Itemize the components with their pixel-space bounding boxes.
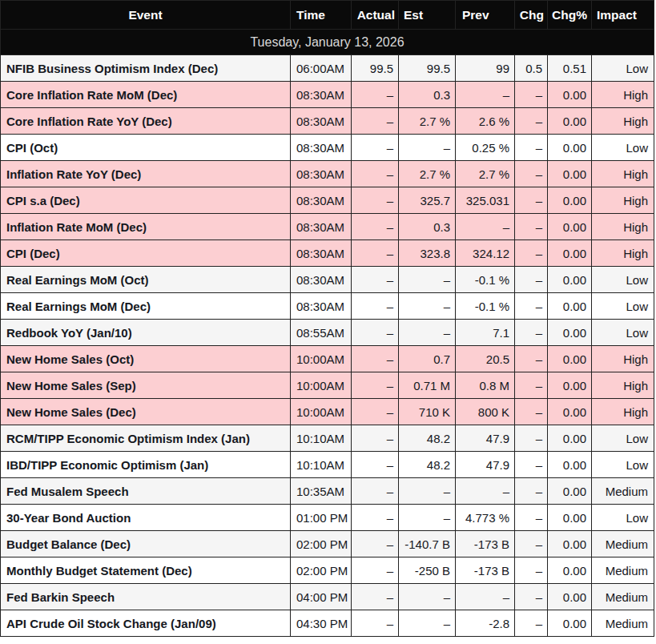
- cell-prev: 0.25 %: [456, 135, 515, 161]
- cell-event: Inflation Rate YoY (Dec): [1, 161, 291, 187]
- cell-chg_pct: 0.00: [548, 108, 592, 135]
- table-row[interactable]: 30-Year Bond Auction01:00 PM––4.773 %–0.…: [1, 505, 654, 531]
- cell-event: IBD/TIPP Economic Optimism (Jan): [1, 452, 291, 478]
- cell-est: 0.71 M: [399, 372, 456, 399]
- table-row[interactable]: Monthly Budget Statement (Dec)02:00 PM–-…: [1, 557, 654, 584]
- cell-time: 02:00 PM: [291, 531, 352, 557]
- table-row[interactable]: CPI (Dec)08:30AM–323.8324.12–0.00High: [1, 240, 654, 267]
- cell-chg_pct: 0.00: [548, 557, 592, 584]
- cell-prev: -173 B: [456, 557, 515, 584]
- cell-chg_pct: 0.00: [548, 399, 592, 425]
- cell-actual: –: [352, 557, 399, 584]
- cell-chg: –: [515, 135, 548, 161]
- table-row[interactable]: Redbook YoY (Jan/10)08:55AM––7.1–0.00Low: [1, 320, 654, 346]
- cell-impact: Low: [592, 452, 654, 478]
- table-row[interactable]: Real Earnings MoM (Oct)08:30AM––-0.1 %–0…: [1, 267, 654, 293]
- cell-prev: 20.5: [456, 346, 515, 372]
- cell-impact: High: [592, 82, 654, 108]
- cell-actual: –: [352, 161, 399, 187]
- table-row[interactable]: Inflation Rate YoY (Dec)08:30AM–2.7 %2.7…: [1, 161, 654, 187]
- cell-chg: –: [515, 452, 548, 478]
- economic-calendar-table: EventTimeActualEstPrevChgChg%Impact Tues…: [0, 0, 654, 637]
- column-header-event: Event: [1, 1, 291, 30]
- cell-event: Core Inflation Rate MoM (Dec): [1, 82, 291, 108]
- cell-chg_pct: 0.00: [548, 267, 592, 293]
- cell-impact: High: [592, 346, 654, 372]
- table-row[interactable]: API Crude Oil Stock Change (Jan/09)04:30…: [1, 610, 654, 637]
- cell-time: 08:30AM: [291, 240, 352, 267]
- cell-impact: Medium: [592, 531, 654, 557]
- cell-prev: 2.6 %: [456, 108, 515, 135]
- table-row[interactable]: NFIB Business Optimism Index (Dec)06:00A…: [1, 55, 654, 82]
- table-row[interactable]: Inflation Rate MoM (Dec)08:30AM–0.3––0.0…: [1, 214, 654, 240]
- cell-chg_pct: 0.00: [548, 240, 592, 267]
- cell-event: New Home Sales (Sep): [1, 372, 291, 399]
- table-row[interactable]: New Home Sales (Dec)10:00AM–710 K800 K–0…: [1, 399, 654, 425]
- cell-est: –: [399, 505, 456, 531]
- cell-chg_pct: 0.00: [548, 610, 592, 637]
- cell-chg_pct: 0.00: [548, 293, 592, 320]
- cell-chg: –: [515, 161, 548, 187]
- cell-event: CPI (Oct): [1, 135, 291, 161]
- cell-chg: –: [515, 346, 548, 372]
- cell-chg: –: [515, 610, 548, 637]
- table-row[interactable]: Real Earnings MoM (Dec)08:30AM––-0.1 %–0…: [1, 293, 654, 320]
- cell-prev: 2.7 %: [456, 161, 515, 187]
- cell-chg: –: [515, 372, 548, 399]
- cell-time: 08:55AM: [291, 320, 352, 346]
- cell-chg_pct: 0.00: [548, 531, 592, 557]
- table-row[interactable]: IBD/TIPP Economic Optimism (Jan)10:10AM–…: [1, 452, 654, 478]
- cell-impact: Medium: [592, 557, 654, 584]
- cell-time: 02:00 PM: [291, 557, 352, 584]
- cell-event: New Home Sales (Oct): [1, 346, 291, 372]
- cell-actual: –: [352, 610, 399, 637]
- cell-est: –: [399, 135, 456, 161]
- table-row[interactable]: RCM/TIPP Economic Optimism Index (Jan)10…: [1, 425, 654, 452]
- cell-time: 10:00AM: [291, 372, 352, 399]
- cell-prev: 0.8 M: [456, 372, 515, 399]
- cell-time: 10:35AM: [291, 478, 352, 505]
- cell-prev: 47.9: [456, 425, 515, 452]
- cell-event: API Crude Oil Stock Change (Jan/09): [1, 610, 291, 637]
- cell-chg: –: [515, 187, 548, 214]
- cell-time: 04:00 PM: [291, 584, 352, 610]
- column-header-est: Est: [399, 1, 456, 30]
- table-row[interactable]: Core Inflation Rate YoY (Dec)08:30AM–2.7…: [1, 108, 654, 135]
- cell-time: 10:10AM: [291, 452, 352, 478]
- column-header-row: EventTimeActualEstPrevChgChg%Impact: [1, 1, 654, 30]
- cell-est: 325.7: [399, 187, 456, 214]
- cell-est: –: [399, 320, 456, 346]
- cell-actual: –: [352, 135, 399, 161]
- cell-impact: Low: [592, 425, 654, 452]
- cell-actual: –: [352, 108, 399, 135]
- cell-impact: Medium: [592, 478, 654, 505]
- cell-time: 08:30AM: [291, 108, 352, 135]
- cell-prev: -2.8: [456, 610, 515, 637]
- cell-prev: 4.773 %: [456, 505, 515, 531]
- cell-est: –: [399, 610, 456, 637]
- cell-actual: –: [352, 214, 399, 240]
- cell-chg_pct: 0.00: [548, 161, 592, 187]
- table-row[interactable]: Fed Barkin Speech04:00 PM––––0.00Medium: [1, 584, 654, 610]
- column-header-impact: Impact: [592, 1, 654, 30]
- table-row[interactable]: Budget Balance (Dec)02:00 PM–-140.7 B-17…: [1, 531, 654, 557]
- cell-est: 48.2: [399, 452, 456, 478]
- cell-prev: 47.9: [456, 452, 515, 478]
- cell-prev: –: [456, 214, 515, 240]
- cell-actual: –: [352, 346, 399, 372]
- table-row[interactable]: New Home Sales (Sep)10:00AM–0.71 M0.8 M–…: [1, 372, 654, 399]
- cell-event: Fed Barkin Speech: [1, 584, 291, 610]
- table-row[interactable]: New Home Sales (Oct)10:00AM–0.720.5–0.00…: [1, 346, 654, 372]
- cell-chg_pct: 0.00: [548, 214, 592, 240]
- cell-actual: –: [352, 584, 399, 610]
- table-row[interactable]: Fed Musalem Speech10:35AM––––0.00Medium: [1, 478, 654, 505]
- table-row[interactable]: Core Inflation Rate MoM (Dec)08:30AM–0.3…: [1, 82, 654, 108]
- cell-prev: –: [456, 478, 515, 505]
- cell-chg: –: [515, 267, 548, 293]
- cell-chg: 0.5: [515, 55, 548, 82]
- cell-chg: –: [515, 240, 548, 267]
- table-row[interactable]: CPI s.a (Dec)08:30AM–325.7325.031–0.00Hi…: [1, 187, 654, 214]
- cell-time: 10:10AM: [291, 425, 352, 452]
- cell-time: 08:30AM: [291, 267, 352, 293]
- table-row[interactable]: CPI (Oct)08:30AM––0.25 %–0.00Low: [1, 135, 654, 161]
